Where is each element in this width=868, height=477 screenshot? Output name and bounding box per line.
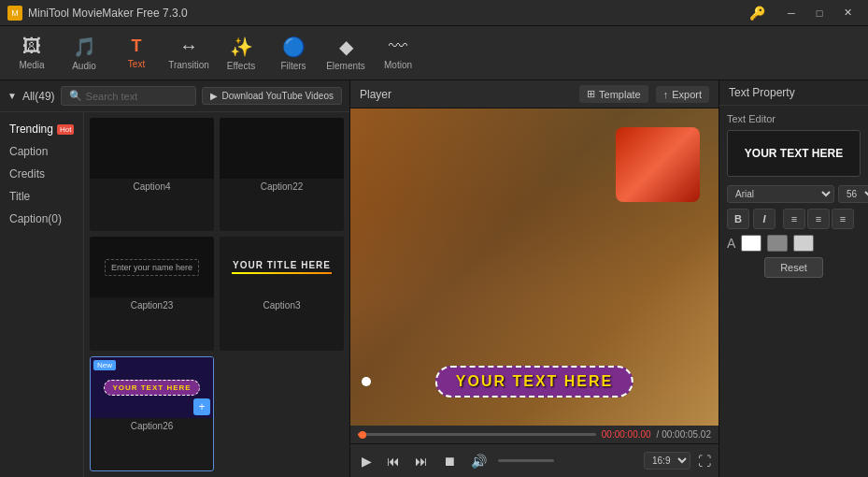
toolbar-transition[interactable]: ↔ Transition: [164, 30, 213, 77]
text-preview: YOUR TEXT HERE: [745, 147, 843, 160]
caption-thumb-4: [90, 118, 214, 179]
align-buttons: ≡ ≡ ≡: [783, 209, 854, 229]
sidebar-item-trending[interactable]: Trending Hot: [0, 118, 83, 140]
font-size-select[interactable]: 56 48 36 24: [838, 185, 868, 203]
fullscreen-button[interactable]: ⛶: [698, 454, 711, 469]
caption-card-3[interactable]: YOUR TITLE HERE Caption3: [220, 237, 344, 350]
align-right-button[interactable]: ≡: [832, 209, 854, 229]
volume-icon[interactable]: 🔊: [467, 452, 491, 470]
app-icon: M: [7, 6, 22, 21]
key-icon: 🔑: [749, 6, 765, 21]
caption-card-4[interactable]: Caption4: [90, 118, 214, 231]
sidebar-item-caption[interactable]: Caption: [0, 140, 83, 163]
maximize-button[interactable]: □: [806, 3, 832, 23]
audio-label: Audio: [72, 61, 96, 71]
text-icon: T: [132, 36, 142, 56]
app-title: MiniTool MovieMaker Free 7.3.0: [28, 7, 744, 20]
all-count[interactable]: All(49): [22, 90, 55, 103]
close-button[interactable]: ✕: [834, 3, 861, 23]
caption-grid: Caption4 Caption22 Enter your name here …: [84, 112, 349, 477]
expand-caret[interactable]: ▼: [7, 91, 17, 101]
effects-label: Effects: [227, 61, 255, 71]
trending-badge: Hot: [57, 124, 74, 135]
player-header: Player ⊞ Template ↑ Export: [350, 80, 719, 108]
left-panel: ▼ All(49) 🔍 Search text ▶ Download YouTu…: [0, 80, 350, 477]
text-property-title: Text Property: [719, 80, 868, 106]
add-caption-button[interactable]: +: [193, 398, 210, 415]
caption-name-23: Caption23: [90, 297, 214, 313]
rewind-button[interactable]: ⏮: [383, 452, 404, 470]
youtube-download-button[interactable]: ▶ Download YouTube Videos: [202, 87, 342, 105]
player-title: Player: [360, 88, 391, 101]
color-swatch-white[interactable]: [741, 235, 761, 252]
toolbar-effects[interactable]: ✨ Effects: [217, 30, 265, 77]
search-bar[interactable]: 🔍 Search text: [61, 86, 197, 106]
motion-icon: 〰: [389, 36, 407, 57]
reset-button[interactable]: Reset: [764, 257, 823, 278]
caption-name-26: Caption26: [91, 418, 213, 434]
text-editor-label: Text Editor: [727, 113, 861, 124]
main-content: ▼ All(49) 🔍 Search text ▶ Download YouTu…: [0, 80, 868, 477]
align-center-button[interactable]: ≡: [807, 209, 830, 229]
caption-name-22: Caption22: [220, 179, 344, 195]
stop-button[interactable]: ⏹: [439, 452, 460, 470]
sidebar-item-caption0[interactable]: Caption(0): [0, 208, 83, 230]
caption-label: Caption: [9, 145, 48, 158]
toolbar-motion[interactable]: 〰 Motion: [374, 30, 422, 77]
main-toolbar: 🖼 Media 🎵 Audio T Text ↔ Transition ✨ Ef…: [0, 26, 868, 80]
caption-card-26[interactable]: New YOUR TEXT HERE + Caption26: [90, 356, 214, 471]
audio-icon: 🎵: [73, 36, 96, 58]
caption-card-23[interactable]: Enter your name here Caption23: [90, 237, 214, 350]
volume-slider[interactable]: [498, 459, 554, 462]
color-row: A: [727, 235, 861, 252]
color-swatch-light[interactable]: [793, 235, 814, 252]
export-button[interactable]: ↑ Export: [656, 86, 709, 103]
credits-label: Credits: [9, 167, 45, 181]
font-row: Arial Times New Roman 56 48 36 24 ≡ ▾: [727, 184, 861, 203]
caption-overlay: YOUR TEXT HERE: [435, 366, 633, 398]
panel-header: ▼ All(49) 🔍 Search text ▶ Download YouTu…: [0, 80, 349, 112]
category-sidebar: Trending Hot Caption Credits Title Capti…: [0, 112, 84, 477]
align-left-button[interactable]: ≡: [783, 209, 805, 229]
media-label: Media: [19, 60, 44, 70]
bold-button[interactable]: B: [727, 209, 749, 229]
seek-row: 00:00:00.00 / 00:00:05.02: [350, 426, 719, 443]
motion-label: Motion: [384, 60, 412, 70]
sidebar-item-credits[interactable]: Credits: [0, 163, 83, 185]
toolbar-audio[interactable]: 🎵 Audio: [60, 30, 108, 77]
caption-card-22[interactable]: Caption22: [220, 118, 344, 231]
new-badge: New: [93, 360, 116, 370]
time-total: / 00:00:05.02: [657, 429, 711, 440]
panel-body: Trending Hot Caption Credits Title Capti…: [0, 112, 349, 477]
toolbar-elements[interactable]: ◆ Elements: [321, 30, 370, 77]
forward-button[interactable]: ⏭: [411, 452, 432, 470]
aspect-ratio-select[interactable]: 16:9 4:3 1:1: [644, 452, 690, 470]
elements-label: Elements: [326, 61, 365, 71]
toolbar-filters[interactable]: 🔵 Filters: [269, 30, 318, 77]
caption-thumb-23: Enter your name here: [90, 237, 214, 297]
media-icon: 🖼: [22, 36, 41, 57]
color-swatch-gray[interactable]: [767, 235, 788, 252]
caption-thumb-26: New YOUR TEXT HERE +: [91, 357, 213, 418]
export-icon: ↑: [663, 89, 669, 100]
sidebar-item-title[interactable]: Title: [0, 185, 83, 208]
caption-thumb-22: [220, 118, 344, 179]
filters-icon: 🔵: [282, 36, 306, 58]
caption-name-3: Caption3: [220, 297, 344, 313]
trending-label: Trending: [9, 123, 53, 136]
transition-label: Transition: [168, 60, 209, 70]
toolbar-media[interactable]: 🖼 Media: [7, 30, 56, 77]
thumb-title-text: YOUR TITLE HERE: [233, 260, 331, 270]
minimize-button[interactable]: ─: [778, 3, 804, 23]
toolbar-text[interactable]: T Text: [112, 30, 161, 77]
italic-button[interactable]: I: [753, 209, 776, 229]
caption0-label: Caption(0): [9, 212, 62, 225]
play-button[interactable]: ▶: [358, 452, 376, 470]
seek-slider[interactable]: [358, 433, 596, 436]
template-button[interactable]: ⊞ Template: [579, 85, 648, 103]
text-editor-section: Text Editor YOUR TEXT HERE Arial Times N…: [719, 106, 868, 289]
text-label: Text: [128, 59, 145, 69]
transition-icon: ↔: [179, 36, 198, 57]
text-preview-box[interactable]: YOUR TEXT HERE: [727, 130, 861, 177]
font-select[interactable]: Arial Times New Roman: [727, 185, 834, 203]
